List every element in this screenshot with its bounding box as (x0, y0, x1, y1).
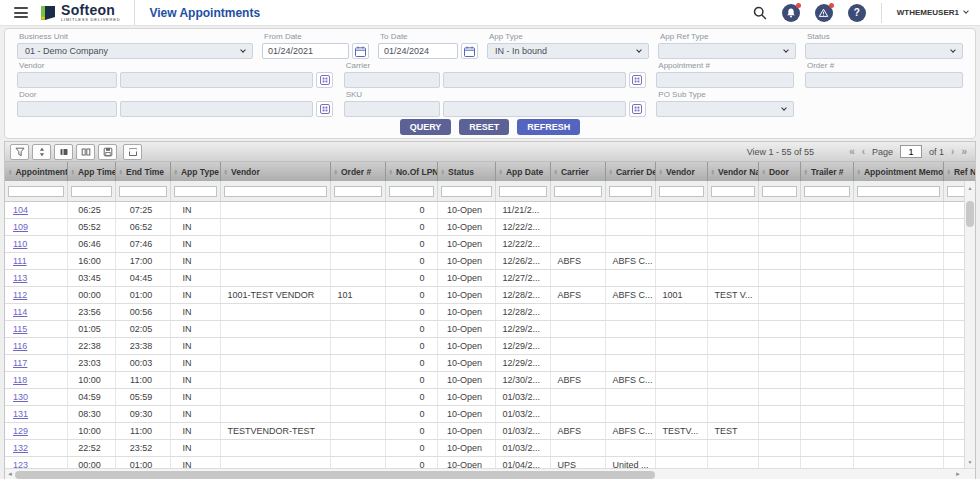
appointment-link[interactable]: 118 (13, 375, 27, 385)
column-header-appointment-memo[interactable]: ▲▼Appointment Memo (853, 162, 943, 181)
column-header-vendor[interactable]: ▲▼Vendor (655, 162, 707, 181)
column-filter-input[interactable] (609, 186, 652, 197)
column-filter-input[interactable] (857, 186, 940, 197)
appointment-link[interactable]: 116 (13, 341, 27, 351)
appointment-link[interactable]: 110 (13, 239, 27, 249)
column-filter-input[interactable] (8, 186, 64, 197)
scroll-up-icon[interactable]: ▲ (965, 185, 975, 191)
order-number-input[interactable] (805, 72, 963, 88)
vendor-lookup-button[interactable] (316, 72, 333, 88)
column-filter-input[interactable] (762, 186, 797, 197)
column-filter-input[interactable] (804, 186, 850, 197)
scroll-right-icon[interactable]: ► (955, 471, 961, 477)
column-filter-input[interactable] (659, 186, 704, 197)
door-desc-input[interactable] (120, 101, 313, 117)
last-page-icon[interactable]: » (961, 147, 967, 157)
appointment-number-input[interactable] (656, 72, 794, 88)
app-type-select[interactable]: IN - In bound (487, 43, 649, 59)
help-icon[interactable]: ? (848, 4, 866, 22)
next-page-icon[interactable]: › (951, 147, 954, 157)
scroll-left-icon[interactable]: ◄ (7, 471, 13, 477)
column-filter-input[interactable] (554, 186, 602, 197)
column-header-order-[interactable]: ▲▼Order # (330, 162, 385, 181)
column-header-carrier-descri[interactable]: ▲▼Carrier Descri (605, 162, 655, 181)
column-filter-input[interactable] (334, 186, 382, 197)
menu-icon[interactable] (14, 7, 28, 18)
sku-desc-input[interactable] (443, 101, 626, 117)
to-date-calendar-button[interactable] (461, 43, 478, 59)
carrier-lookup-button[interactable] (629, 72, 646, 88)
appointment-link[interactable]: 130 (13, 392, 28, 402)
column-header-app-date[interactable]: ▲▼App Date (495, 162, 550, 181)
horizontal-scrollbar[interactable]: ◄ ► (5, 468, 975, 479)
column-header-vendor-nam[interactable]: ▲▼Vendor Nam (707, 162, 758, 181)
vertical-scroll-thumb[interactable] (966, 201, 974, 227)
status-select[interactable] (805, 43, 963, 59)
horizontal-scroll-thumb[interactable] (15, 471, 655, 479)
vertical-scrollbar[interactable]: ▲ ▼ (964, 181, 975, 468)
from-date-input[interactable] (262, 43, 349, 59)
column-filter-input[interactable] (71, 186, 112, 197)
appointment-link[interactable]: 112 (13, 290, 27, 300)
appointment-link[interactable]: 113 (13, 273, 27, 283)
sku-lookup-button[interactable] (629, 101, 646, 117)
first-page-icon[interactable]: « (849, 147, 855, 157)
refresh-button[interactable]: REFRESH (517, 119, 580, 135)
column-filter-input[interactable] (224, 186, 327, 197)
page-number-input[interactable] (900, 145, 922, 158)
appointment-link[interactable]: 132 (13, 443, 28, 453)
column-header-ref-n[interactable]: ▲▼Ref N (943, 162, 975, 181)
column-header-appointment[interactable]: ▲▼Appointment▲ (5, 162, 67, 181)
column-filter-input[interactable] (389, 186, 434, 197)
query-button[interactable]: QUERY (400, 119, 452, 135)
app-ref-type-select[interactable] (658, 43, 796, 59)
vendor-name-input[interactable] (120, 72, 313, 88)
prev-page-icon[interactable]: ‹ (862, 147, 865, 157)
save-layout-icon[interactable] (98, 144, 117, 160)
appointment-link[interactable]: 114 (13, 307, 27, 317)
column-filter-input[interactable] (174, 186, 217, 197)
appointment-link[interactable]: 115 (13, 324, 27, 334)
column-chooser-icon[interactable] (54, 144, 73, 160)
column-filter-input[interactable] (441, 186, 492, 197)
po-sub-type-select[interactable] (656, 101, 794, 117)
appointment-link[interactable]: 104 (13, 205, 28, 215)
column-header-door[interactable]: ▲▼Door (758, 162, 800, 181)
sku-code-input[interactable] (344, 101, 440, 117)
alerts-triangle-icon[interactable] (815, 4, 833, 22)
column-header-no-of-lpns[interactable]: ▲▼No.Of LPNs (385, 162, 437, 181)
user-menu[interactable]: WTHEMEUSER1 (881, 3, 968, 23)
column-filter-input[interactable] (499, 186, 547, 197)
scroll-down-icon[interactable]: ▼ (965, 459, 975, 465)
reset-button[interactable]: RESET (459, 119, 509, 135)
carrier-name-input[interactable] (443, 72, 626, 88)
column-header-app-type[interactable]: ▲▼App Type (170, 162, 220, 181)
filter-funnel-icon[interactable] (10, 144, 29, 160)
from-date-calendar-button[interactable] (352, 43, 369, 59)
door-code-input[interactable] (17, 101, 117, 117)
sort-arrows-icon[interactable] (32, 144, 51, 160)
column-header-end-time[interactable]: ▲▼End Time (115, 162, 170, 181)
appointment-link[interactable]: 131 (13, 409, 28, 419)
carrier-code-input[interactable] (344, 72, 440, 88)
to-date-input[interactable] (378, 43, 458, 59)
column-header-vendor[interactable]: ▲▼Vendor (220, 162, 330, 181)
appointment-link[interactable]: 129 (13, 426, 28, 436)
business-unit-select[interactable]: 01 - Demo Company (17, 43, 253, 59)
notifications-bell-icon[interactable] (782, 4, 800, 22)
search-icon[interactable] (753, 6, 767, 20)
door-lookup-button[interactable] (316, 101, 333, 117)
maximize-grid-icon[interactable] (123, 144, 142, 160)
column-header-status[interactable]: ▲▼Status (437, 162, 495, 181)
column-filter-input[interactable] (119, 186, 167, 197)
appointment-link[interactable]: 123 (13, 460, 28, 468)
appointment-link[interactable]: 111 (13, 256, 27, 266)
column-header-carrier[interactable]: ▲▼Carrier (550, 162, 605, 181)
column-header-app-time[interactable]: ▲▼App Time (67, 162, 115, 181)
vendor-code-input[interactable] (17, 72, 117, 88)
freeze-columns-icon[interactable] (76, 144, 95, 160)
appointment-link[interactable]: 109 (13, 222, 28, 232)
appointment-link[interactable]: 117 (13, 358, 27, 368)
column-filter-input[interactable] (711, 186, 755, 197)
column-header-trailer-[interactable]: ▲▼Trailer # (800, 162, 853, 181)
